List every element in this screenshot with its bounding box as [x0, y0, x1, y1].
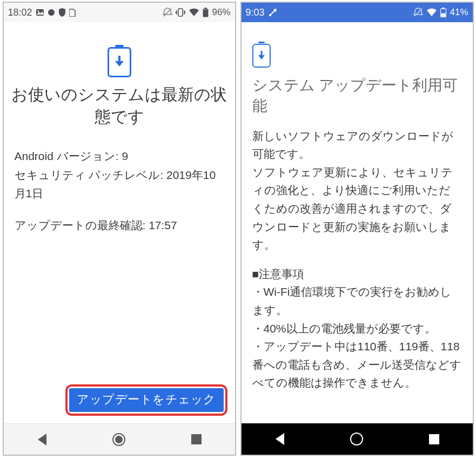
- svg-rect-5: [203, 9, 209, 17]
- check-update-button[interactable]: アップデートをチェック: [69, 388, 224, 412]
- svg-rect-7: [204, 9, 208, 10]
- nav-back-button[interactable]: [273, 432, 287, 446]
- page-title: システム アップデート利用可能: [252, 75, 462, 116]
- nav-bar: [242, 423, 473, 455]
- page-title: お使いのシステムは最新の状態です: [11, 84, 227, 128]
- note-item: ・Wi-Fi通信環境下での実行をお勧めします。: [252, 283, 462, 319]
- update-device-icon: [252, 44, 271, 68]
- status-time: 18:02: [8, 7, 32, 18]
- cta-highlight: アップデートをチェック: [65, 384, 227, 416]
- dnd-icon: [413, 8, 423, 17]
- status-bar: 9:03 41%: [242, 3, 473, 22]
- update-device-icon: [108, 47, 131, 77]
- wifi-icon: [426, 8, 437, 17]
- tools-icon: [268, 8, 278, 17]
- svg-point-2: [48, 9, 55, 16]
- nav-home-button[interactable]: [350, 432, 364, 446]
- note-item: ・アップデート中は110番、119番、118番への電話も含め、メール送受信などす…: [252, 337, 462, 392]
- circle-icon: [48, 9, 55, 16]
- nav-recent-button[interactable]: [427, 432, 441, 446]
- svg-rect-12: [441, 14, 446, 17]
- svg-rect-11: [443, 8, 445, 9]
- shield-icon: [58, 8, 66, 17]
- note-item: ・40%以上の電池残量が必要です。: [252, 320, 462, 338]
- sim-icon: [69, 8, 76, 17]
- battery-icon: [440, 8, 446, 17]
- notes-heading: ■注意事項: [252, 265, 462, 283]
- svg-point-8: [269, 14, 271, 16]
- svg-rect-6: [205, 8, 207, 9]
- nav-home-button[interactable]: [112, 433, 126, 447]
- status-time: 9:03: [246, 7, 265, 18]
- nav-recent-button[interactable]: [189, 433, 203, 447]
- last-check-line: アップデートの最終確認: 17:57: [15, 216, 224, 235]
- nav-bar: [4, 423, 235, 455]
- dnd-icon: [163, 8, 172, 17]
- wifi-icon: [189, 8, 199, 17]
- nav-back-button[interactable]: [35, 433, 49, 447]
- phone-update-available: 9:03 41% システム アップデート利用可能 新しいソフトウェアのダウンロー…: [240, 2, 474, 456]
- update-description: 新しいソフトウェアのダウンロードが可能です。 ソフトウェア更新により、セキュリテ…: [252, 127, 462, 254]
- svg-rect-4: [178, 9, 183, 16]
- battery-percentage: 96%: [212, 7, 230, 18]
- battery-icon: [203, 8, 209, 17]
- svg-point-1: [37, 11, 39, 12]
- android-version-line: Android バージョン: 9: [15, 147, 224, 166]
- phone-uptodate: 18:02 96% お使いのシステムは最新の状態です Android バージョン…: [3, 2, 236, 456]
- security-patch-line: セキュリティ パッチレベル: 2019年10月1日: [15, 166, 224, 203]
- status-bar: 18:02 96%: [4, 3, 235, 22]
- battery-percentage: 41%: [450, 7, 468, 18]
- image-icon: [36, 8, 44, 17]
- vibrate-icon: [176, 8, 185, 17]
